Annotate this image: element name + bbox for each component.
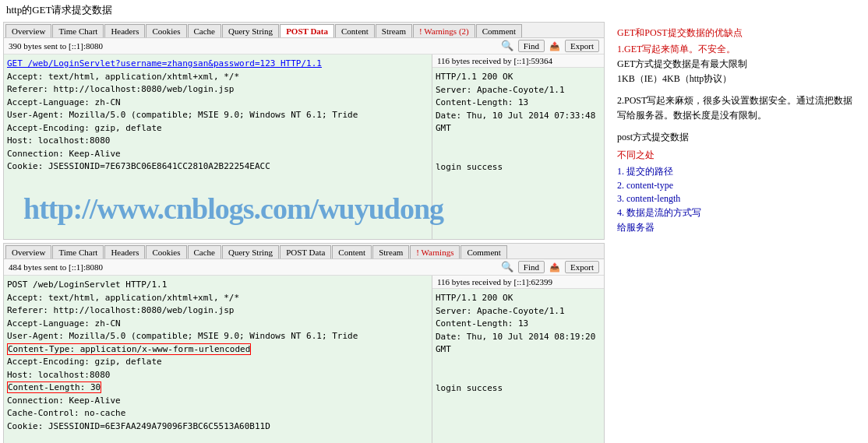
panel1-bytes-sent: 390 bytes sent to [::1]:8080: [9, 41, 501, 51]
find-button-1[interactable]: Find: [518, 40, 545, 52]
tab-querystring-1[interactable]: Query String: [222, 24, 279, 37]
right-title1: GET和POST提交数据的优缺点: [617, 26, 859, 40]
tab-cookies-2[interactable]: Cookies: [146, 245, 186, 258]
tab-comment-2[interactable]: Comment: [460, 245, 506, 258]
post-section: 2.POST写起来麻烦，很多头设置数据安全。通过流把数据写给服务器。数据长度是没…: [617, 93, 859, 123]
tab-warnings-2[interactable]: ! Warnings: [410, 245, 460, 258]
tab-headers-2[interactable]: Headers: [104, 245, 145, 258]
panel1-tab-bar: Overview Time Chart Headers Cookies Cach…: [4, 23, 604, 38]
export-icon-1: 📤: [549, 41, 560, 51]
panel1-toolbar: 390 bytes sent to [::1]:8080 🔍 Find 📤 Ex…: [4, 38, 604, 54]
get-post-section: GET和POST提交数据的优缺点 1.GET写起来简单。不安全。 GET方式提交…: [617, 26, 859, 86]
panel1-get-url: GET /web/LoginServlet?username=zhangsan&…: [7, 58, 322, 69]
get-point-3: 1KB（IE）4KB（http协议）: [617, 72, 859, 86]
panel2-bytes-received-bar: 116 bytes received by [::1]:62399: [432, 276, 604, 289]
post-intro: 2.POST写起来麻烦，很多头设置数据安全。通过流把数据写给服务器。数据长度是没…: [617, 93, 859, 123]
find-button-2[interactable]: Find: [518, 261, 545, 273]
panel2-content: POST /web/LoginServlet HTTP/1.1 Accept: …: [4, 276, 604, 443]
panel2: Overview Time Chart Headers Cookies Cach…: [3, 243, 605, 443]
tab-stream-2[interactable]: Stream: [372, 245, 409, 258]
right-panel: GET和POST提交数据的优缺点 1.GET写起来简单。不安全。 GET方式提交…: [608, 20, 868, 443]
tab-cache-2[interactable]: Cache: [188, 245, 221, 258]
tab-cookies-1[interactable]: Cookies: [146, 24, 186, 37]
panel2-bytes-sent: 484 bytes sent to [::1]:8080: [9, 262, 501, 272]
export-button-2[interactable]: Export: [565, 261, 599, 273]
post-data-section: post方式提交数据 不同之处 1. 提交的路径 2. content-type…: [617, 131, 859, 234]
page-title: http的GET请求提交数据: [0, 0, 868, 20]
diff-title: 不同之处: [617, 149, 859, 162]
tab-warnings-1[interactable]: ! Warnings (2): [413, 24, 475, 37]
tab-querystring-2[interactable]: Query String: [222, 245, 279, 258]
tab-comment-1[interactable]: Comment: [476, 24, 522, 37]
get-point-2: GET方式提交数据是有最大限制: [617, 58, 859, 71]
tab-timechart-1[interactable]: Time Chart: [52, 24, 104, 37]
tab-headers-1[interactable]: Headers: [104, 24, 145, 37]
panel1-request: GET /web/LoginServlet?username=zhangsan&…: [4, 54, 432, 239]
search-icon-2: 🔍: [501, 261, 513, 273]
panel2-response: HTTP/1.1 200 OK Server: Apache-Coyote/1.…: [432, 289, 604, 443]
tab-postdata-2[interactable]: POST Data: [280, 245, 331, 258]
export-icon-2: 📤: [549, 262, 560, 272]
tab-stream-1[interactable]: Stream: [376, 24, 412, 37]
content-length-highlight: Content-Length: 30: [7, 381, 101, 393]
panel1-bytes-received: 116 bytes received by [::1]:59364: [437, 56, 552, 65]
export-button-1[interactable]: Export: [565, 40, 599, 52]
tab-content-2[interactable]: Content: [332, 245, 372, 258]
diff-item-3: 3. content-length: [617, 193, 859, 205]
panel2-toolbar: 484 bytes sent to [::1]:8080 🔍 Find 📤 Ex…: [4, 259, 604, 276]
diff-item-5: 给服务器: [617, 221, 859, 234]
diff-item-4: 4. 数据是流的方式写: [617, 206, 859, 220]
tab-overview-1[interactable]: Overview: [5, 24, 51, 37]
search-icon: 🔍: [501, 40, 513, 52]
panel1-bytes-received-bar: 116 bytes received by [::1]:59364: [432, 54, 604, 68]
post-title: post方式提交数据: [617, 131, 859, 144]
panel2-request: POST /web/LoginServlet HTTP/1.1 Accept: …: [4, 276, 432, 443]
panel1: Overview Time Chart Headers Cookies Cach…: [3, 22, 605, 240]
panel1-response: HTTP/1.1 200 OK Server: Apache-Coyote/1.…: [432, 68, 604, 239]
panel1-content: GET /web/LoginServlet?username=zhangsan&…: [4, 54, 604, 239]
diff-item-2: 2. content-type: [617, 180, 859, 192]
tab-overview-2[interactable]: Overview: [5, 245, 51, 258]
panel2-tab-bar: Overview Time Chart Headers Cookies Cach…: [4, 244, 604, 259]
get-point-1: 1.GET写起来简单。不安全。: [617, 43, 859, 56]
tab-postdata-1[interactable]: POST Data: [280, 24, 334, 37]
tab-timechart-2[interactable]: Time Chart: [52, 245, 104, 258]
tab-cache-1[interactable]: Cache: [188, 24, 221, 37]
tab-content-1[interactable]: Content: [335, 24, 375, 37]
diff-item-1: 1. 提交的路径: [617, 165, 859, 178]
content-type-highlight: Content-Type: application/x-www-form-url…: [7, 343, 251, 355]
panel2-bytes-received: 116 bytes received by [::1]:62399: [437, 277, 552, 287]
